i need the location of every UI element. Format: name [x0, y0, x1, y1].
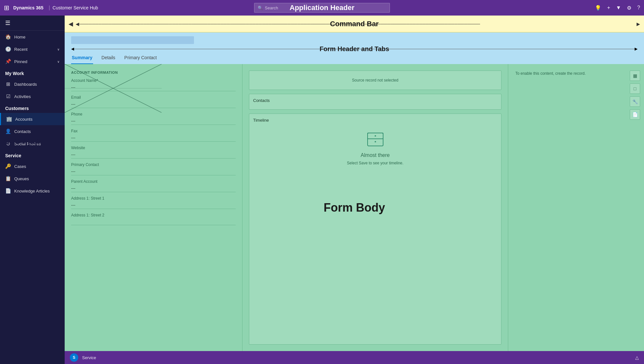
source-record-message: Source record not selected — [253, 75, 497, 86]
timeline-panel: Timeline ··· ··· Almost there Select Sav… — [249, 114, 501, 345]
back-button[interactable]: ◀ — [69, 20, 73, 28]
chevron-down-icon: ∨ — [57, 48, 59, 51]
social-profiles-icon: ⊙ — [5, 141, 11, 147]
content-area: ◀ ◀─────────────────────────────────────… — [65, 16, 644, 364]
right-panel-icons: ▦ □ 🔧 📄 — [630, 71, 640, 120]
right-panel: To enable this content, create the recor… — [508, 64, 644, 351]
sidebar-item-dashboards[interactable]: ⊞ Dashboards — [0, 78, 65, 90]
help-icon[interactable]: ? — [637, 5, 640, 11]
source-record-panel: Source record not selected — [249, 71, 501, 90]
field-value-address1-street1[interactable]: --- — [71, 201, 236, 209]
lightbulb-icon[interactable]: 💡 — [595, 5, 601, 11]
recent-icon: 🕐 — [5, 46, 11, 52]
footer-expand-icon[interactable]: △ — [635, 355, 639, 360]
field-value-address1-street2[interactable] — [71, 218, 236, 225]
module-name: Customer Service Hub — [53, 5, 98, 10]
field-label-account-name: Account Name* — [71, 78, 236, 83]
field-value-parent-account[interactable]: --- — [71, 184, 236, 192]
section-customers: Customers — [0, 103, 65, 113]
queues-icon: 📋 — [5, 176, 11, 182]
account-info-title: ACCOUNT INFORMATION — [71, 71, 236, 74]
sidebar: ☰ 🏠 Home 🕐 Recent ∨ 📌 Pinned ∨ My Work ⊞… — [0, 16, 65, 364]
chevron-down-icon-pinned: ∨ — [57, 60, 59, 63]
sidebar-item-home[interactable]: 🏠 Home — [0, 31, 65, 43]
field-value-primary-contact[interactable]: --- — [71, 168, 236, 175]
section-my-work: My Work — [0, 68, 65, 78]
field-label-address1-street1: Address 1: Street 1 — [71, 196, 236, 201]
form-header-label: Form Header and Tabs — [319, 45, 389, 53]
search-placeholder: Search — [265, 6, 278, 10]
field-label-primary-contact: Primary Contact — [71, 162, 236, 167]
sidebar-top: ☰ — [0, 16, 65, 31]
contacts-panel-title: Contacts — [253, 98, 497, 103]
sidebar-item-accounts[interactable]: 🏢 Accounts — [0, 113, 65, 125]
waffle-icon[interactable]: ⊞ — [4, 4, 9, 12]
right-icon-square[interactable]: □ — [630, 83, 640, 94]
right-panel-message: To enable this content, create the recor… — [512, 68, 589, 79]
mid-panel: Source record not selected Contacts Time… — [242, 64, 508, 351]
cases-icon: 🔑 — [5, 163, 11, 169]
contacts-panel: Contacts — [249, 94, 501, 110]
home-icon: 🏠 — [5, 34, 11, 40]
header-actions: 💡 + ▼ ⚙ ? — [595, 5, 640, 11]
tab-primary-contact[interactable]: Primary Contact — [124, 53, 157, 64]
right-icon-doc[interactable]: 📄 — [630, 109, 640, 120]
sidebar-queues-label: Queues — [14, 176, 29, 181]
sidebar-item-cases[interactable]: 🔑 Cases — [0, 160, 65, 172]
sidebar-item-recent-label: Recent — [14, 47, 27, 52]
sidebar-item-pinned-label: Pinned — [14, 59, 27, 64]
field-value-website[interactable]: --- — [71, 151, 236, 159]
sidebar-dashboards-label: Dashboards — [14, 82, 37, 87]
right-icon-wrench[interactable]: 🔧 — [630, 96, 640, 107]
tab-details[interactable]: Details — [101, 53, 116, 64]
sidebar-activities-label: Activities — [14, 94, 31, 99]
almost-there-title: Almost there — [361, 152, 390, 158]
sidebar-item-knowledge-articles[interactable]: 📄 Knowledge Articles — [0, 185, 65, 197]
right-icon-grid[interactable]: ▦ — [630, 71, 640, 81]
footer-label: Service — [82, 355, 96, 360]
knowledge-articles-icon: 📄 — [5, 188, 11, 194]
settings-icon[interactable]: ⚙ — [627, 5, 631, 11]
sidebar-item-queues[interactable]: 📋 Queues — [0, 172, 65, 185]
form-title-bar — [71, 36, 194, 44]
form-body: Form Body ACCOUNT INFORMATION Account Na… — [65, 64, 644, 351]
sidebar-social-profiles-label: Social Profiles — [14, 141, 41, 146]
header-separator: | — [48, 5, 50, 11]
footer-avatar: S — [70, 353, 78, 362]
field-value-phone[interactable]: --- — [71, 117, 236, 125]
section-service: Service — [0, 150, 65, 160]
dashboards-icon: ⊞ — [5, 81, 11, 87]
field-value-account-name[interactable]: --- — [71, 83, 236, 91]
brand-name: Dynamics 365 — [13, 5, 43, 10]
add-icon[interactable]: + — [607, 5, 610, 11]
tab-summary[interactable]: Summary — [71, 53, 93, 64]
field-value-fax[interactable]: --- — [71, 134, 236, 142]
sidebar-item-activities[interactable]: ☑ Activities — [0, 90, 65, 103]
search-icon: 🔍 — [258, 6, 263, 10]
contacts-icon: 👤 — [5, 128, 11, 134]
search-box[interactable]: 🔍 Search — [254, 3, 390, 13]
sidebar-contacts-label: Contacts — [14, 129, 31, 134]
footer-bar: S Service △ — [65, 351, 644, 364]
sidebar-cases-label: Cases — [14, 164, 26, 169]
sidebar-item-social-profiles[interactable]: ⊙ Social Profiles — [0, 138, 65, 150]
arrow-left-icon: ◀───────────────────────────────────────… — [76, 21, 480, 27]
almost-there-sub: Select Save to see your timeline. — [347, 161, 403, 165]
field-label-website: Website — [71, 146, 236, 150]
arrow-left-form: ◀ — [71, 47, 74, 51]
field-value-email[interactable]: --- — [71, 100, 236, 108]
hamburger-icon[interactable]: ☰ — [5, 19, 10, 27]
sidebar-accounts-label: Accounts — [15, 117, 32, 122]
sidebar-item-contacts[interactable]: 👤 Contacts — [0, 125, 65, 138]
sidebar-item-recent[interactable]: 🕐 Recent ∨ — [0, 43, 65, 55]
field-label-address1-street2: Address 1: Street 2 — [71, 213, 236, 217]
svg-text:···: ··· — [374, 135, 376, 138]
form-header: ◀ Form Header and Tabs ▶ Summary Details… — [65, 32, 644, 64]
app-header: ⊞ Dynamics 365 | Customer Service Hub 🔍 … — [0, 0, 644, 16]
activities-icon: ☑ — [5, 94, 11, 99]
account-info-panel: ACCOUNT INFORMATION Account Name* --- Em… — [65, 64, 242, 351]
sidebar-item-pinned[interactable]: 📌 Pinned ∨ — [0, 55, 65, 68]
filter-icon[interactable]: ▼ — [616, 5, 621, 11]
field-label-fax: Fax — [71, 129, 236, 133]
main-layout: ☰ 🏠 Home 🕐 Recent ∨ 📌 Pinned ∨ My Work ⊞… — [0, 16, 644, 364]
